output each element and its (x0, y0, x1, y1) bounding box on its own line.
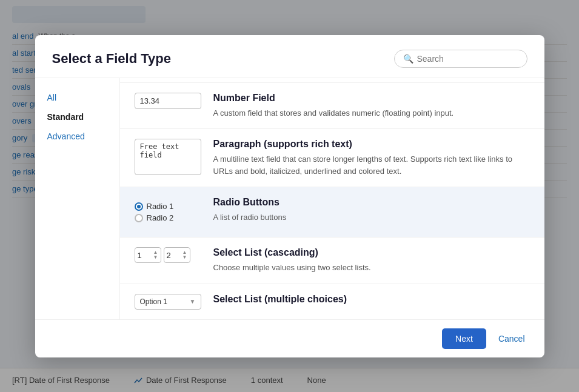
sidebar-item-advanced[interactable]: Advanced (35, 127, 119, 146)
field-desc-radio: A list of radio buttons (213, 211, 530, 224)
search-box[interactable]: 🔍 (394, 50, 527, 68)
field-preview-multiple: Option 1 ▼ (135, 294, 201, 310)
field-item-paragraph[interactable]: Free text field Paragraph (supports rich… (120, 129, 544, 187)
field-desc-number: A custom field that stores and validates… (213, 107, 530, 119)
field-item-number[interactable]: Number Field A custom field that stores … (120, 83, 544, 130)
field-preview-number (135, 93, 201, 109)
sidebar-item-all[interactable]: All (35, 88, 119, 107)
field-info-radio: Radio Buttons A list of radio buttons (213, 197, 530, 224)
cascade-preview: 1 ▲ ▼ 2 ▲ ▼ (135, 247, 201, 263)
cascade-val-1: 1 (138, 251, 142, 260)
field-name-multiple: Select List (multiple choices) (213, 294, 530, 305)
field-list: Number Field A custom field that stores … (120, 78, 544, 319)
field-name-paragraph: Paragraph (supports rich text) (213, 139, 530, 150)
field-item-cascade[interactable]: 1 ▲ ▼ 2 ▲ ▼ (120, 238, 544, 284)
scroll-top-indicator (120, 78, 544, 83)
field-info-paragraph: Paragraph (supports rich text) A multili… (213, 139, 530, 177)
field-name-radio: Radio Buttons (213, 197, 530, 208)
modal-body: All Standard Advanced Number Field A cus… (35, 78, 544, 319)
field-desc-paragraph: A multiline text field that can store lo… (213, 153, 530, 177)
radio-item-2: Radio 2 (135, 213, 201, 222)
radio-label-2: Radio 2 (147, 213, 174, 222)
radio-item-1: Radio 1 (135, 202, 201, 211)
sidebar-item-standard[interactable]: Standard (35, 107, 119, 127)
field-preview-paragraph: Free text field (135, 139, 201, 175)
modal-overlay: Select a Field Type 🔍 All Standard Advan… (0, 0, 579, 392)
field-info-multiple: Select List (multiple choices) (213, 294, 530, 308)
radio-preview: Radio 1 Radio 2 (135, 197, 201, 227)
field-item-radio[interactable]: Radio 1 Radio 2 Radio Buttons A list of … (120, 187, 544, 238)
sidebar: All Standard Advanced (35, 78, 120, 319)
cascade-arrows-1: ▲ ▼ (153, 250, 158, 260)
radio-label-1: Radio 1 (147, 202, 174, 211)
field-info-number: Number Field A custom field that stores … (213, 93, 530, 119)
field-preview-cascade: 1 ▲ ▼ 2 ▲ ▼ (135, 247, 201, 263)
field-desc-cascade: Choose multiple values using two select … (213, 262, 530, 274)
modal-footer: Next Cancel (35, 319, 544, 357)
modal-title: Select a Field Type (52, 51, 171, 67)
field-info-cascade: Select List (cascading) Choose multiple … (213, 247, 530, 274)
cascade-select-2[interactable]: 2 ▲ ▼ (164, 247, 190, 263)
search-input[interactable] (417, 54, 518, 64)
modal-header: Select a Field Type 🔍 (35, 35, 544, 78)
cascade-select-1[interactable]: 1 ▲ ▼ (135, 247, 161, 263)
cascade-val-2: 2 (167, 251, 171, 260)
cascade-arrows-2: ▲ ▼ (182, 250, 187, 260)
number-preview-input[interactable] (135, 93, 201, 109)
paragraph-preview-textarea[interactable]: Free text field (135, 139, 201, 175)
field-item-multiple[interactable]: Option 1 ▼ Select List (multiple choices… (120, 284, 544, 319)
field-name-number: Number Field (213, 93, 530, 104)
next-button[interactable]: Next (442, 328, 486, 349)
dropdown-arrow-icon: ▼ (190, 298, 196, 305)
field-preview-radio: Radio 1 Radio 2 (135, 197, 201, 227)
modal: Select a Field Type 🔍 All Standard Advan… (35, 35, 544, 357)
field-name-cascade: Select List (cascading) (213, 247, 530, 258)
cancel-button[interactable]: Cancel (494, 328, 530, 349)
radio-circle-2 (135, 214, 143, 222)
option-preview: Option 1 ▼ (135, 294, 201, 310)
radio-circle-1 (135, 202, 143, 211)
search-icon: 🔍 (403, 54, 413, 64)
option-val: Option 1 (140, 297, 167, 306)
